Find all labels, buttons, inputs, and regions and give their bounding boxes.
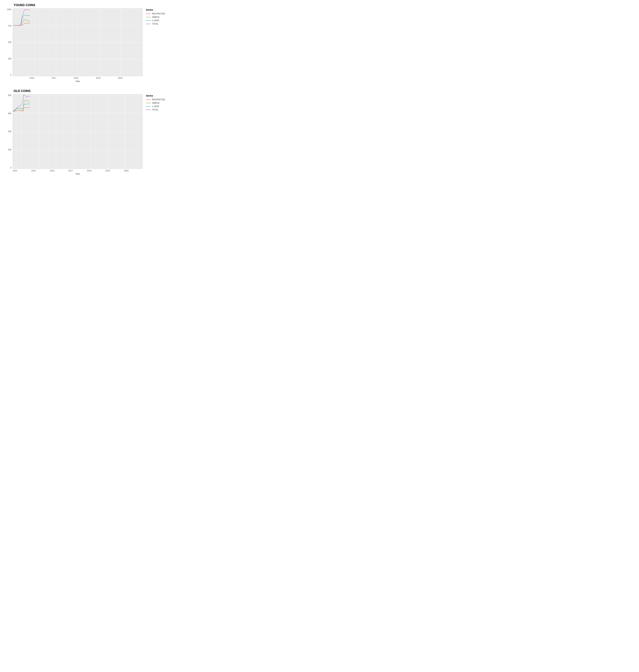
young-coins-grid bbox=[13, 9, 142, 76]
old-coins-plot bbox=[13, 94, 143, 169]
young-coins-y-axis: 1000 750 500 250 0 bbox=[3, 8, 13, 76]
old-coins-title: OLD COINS bbox=[14, 89, 143, 93]
young-coins-x-title: Year bbox=[13, 80, 143, 82]
old-coins-legend-title: Series bbox=[146, 94, 165, 97]
young-coins-inner: 1000 750 500 250 0 bbox=[3, 8, 143, 76]
old-coins-area: OLD COINS 800 600 400 200 0 bbox=[3, 89, 143, 175]
old-coins-inner: 800 600 400 200 0 bbox=[3, 94, 143, 169]
old-simple-legend-label: SIMPLE bbox=[152, 102, 159, 104]
old-coins-wrapper: OLD COINS 800 600 400 200 0 bbox=[3, 89, 166, 175]
legend-item-restricted: RESTRICTED bbox=[146, 13, 165, 15]
old-coins-x-section: 2014 2015 2016 2017 2018 2019 2020 Year bbox=[3, 169, 143, 175]
old-legend-item-restricted: RESTRICTED bbox=[146, 98, 165, 101]
old-restricted-legend-line bbox=[146, 99, 151, 100]
legend-item-total: TOTAL bbox=[146, 23, 165, 25]
charts-container: YOUNG COINS 1000 750 500 250 0 bbox=[3, 3, 166, 175]
young-coins-x-section: 2016 2017 2018 2019 2020 Year bbox=[3, 76, 143, 82]
old-simple-legend-line bbox=[146, 103, 151, 103]
old-total-legend-label: TOTAL bbox=[152, 109, 158, 111]
old-coins-x-title: Year bbox=[13, 173, 143, 175]
young-coins-plot bbox=[13, 8, 143, 76]
simple-legend-line bbox=[146, 17, 151, 17]
simple-legend-label: SIMPLE bbox=[152, 16, 159, 18]
1cent-legend-line bbox=[146, 20, 151, 21]
restricted-legend-label: RESTRICTED bbox=[152, 13, 165, 15]
total-legend-line bbox=[146, 24, 151, 24]
young-coins-title: YOUNG COINS bbox=[14, 3, 143, 7]
old-restricted-legend-label: RESTRICTED bbox=[152, 98, 165, 101]
old-legend-item-simple: SIMPLE bbox=[146, 102, 165, 104]
young-coins-legend: Series RESTRICTED SIMPLE 1 CENT TOTAL bbox=[143, 3, 166, 28]
legend-item-simple: SIMPLE bbox=[146, 16, 165, 18]
1cent-legend-label: 1 CENT bbox=[152, 19, 159, 22]
old-coins-grid bbox=[13, 94, 142, 169]
old-legend-item-1cent: 1 CENT bbox=[146, 105, 165, 108]
old-coins-y-axis: 800 600 400 200 0 bbox=[3, 94, 13, 169]
old-1cent-legend-label: 1 CENT bbox=[152, 105, 159, 108]
young-coins-wrapper: YOUNG COINS 1000 750 500 250 0 bbox=[3, 3, 166, 82]
young-coins-area: YOUNG COINS 1000 750 500 250 0 bbox=[3, 3, 143, 82]
restricted-legend-line bbox=[146, 14, 151, 14]
old-coins-legend: Series RESTRICTED SIMPLE 1 CENT TOTAL bbox=[143, 89, 166, 114]
young-coins-x-labels: 2016 2017 2018 2019 2020 bbox=[13, 76, 143, 79]
old-legend-item-total: TOTAL bbox=[146, 109, 165, 111]
old-coins-x-labels: 2014 2015 2016 2017 2018 2019 2020 bbox=[13, 169, 143, 172]
old-1cent-legend-line bbox=[146, 106, 151, 107]
old-total-legend-line bbox=[146, 110, 151, 110]
total-legend-label: TOTAL bbox=[152, 23, 158, 25]
young-coins-legend-title: Series bbox=[146, 9, 165, 11]
legend-item-1cent: 1 CENT bbox=[146, 19, 165, 22]
